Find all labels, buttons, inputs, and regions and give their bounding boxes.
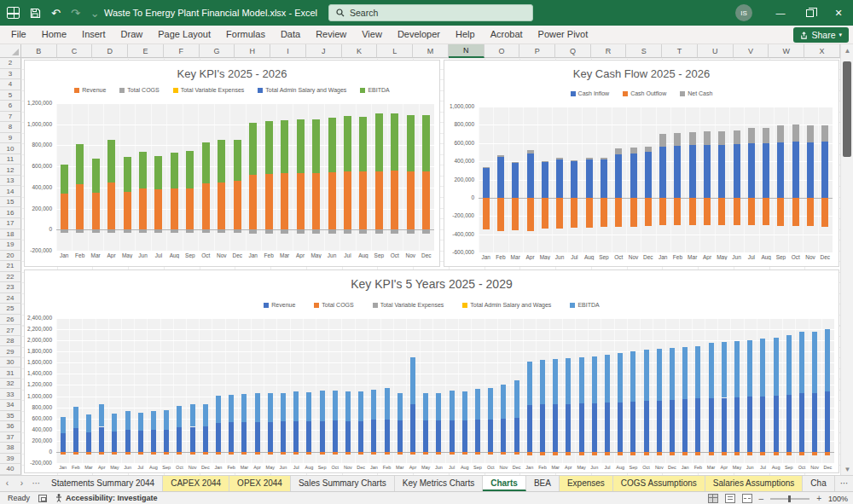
row-header-18[interactable]: 18 <box>0 229 21 240</box>
column-header-K[interactable]: K <box>342 44 378 58</box>
save-icon[interactable] <box>30 8 41 19</box>
row-header-14[interactable]: 14 <box>0 186 21 197</box>
zoom-level[interactable]: 100% <box>828 495 848 503</box>
column-header-Q[interactable]: Q <box>555 44 591 58</box>
sheet-nav-more-icon[interactable]: ⋯ <box>29 476 44 491</box>
column-header-U[interactable]: U <box>698 44 734 58</box>
column-header-E[interactable]: E <box>128 44 164 58</box>
column-header-O[interactable]: O <box>485 44 520 58</box>
column-header-B[interactable]: B <box>21 44 57 58</box>
row-header-34[interactable]: 34 <box>0 400 21 411</box>
ribbon-tab-power-pivot[interactable]: Power Pivot <box>531 26 596 44</box>
row-header-33[interactable]: 33 <box>0 389 21 400</box>
row-header-32[interactable]: 32 <box>0 379 21 390</box>
sheet-nav-next-icon[interactable]: › <box>15 476 29 491</box>
page-layout-view-icon[interactable] <box>725 494 735 503</box>
row-header-3[interactable]: 3 <box>0 69 21 80</box>
column-header-J[interactable]: J <box>306 44 342 58</box>
row-header-8[interactable]: 8 <box>0 122 21 133</box>
search-box[interactable]: Search <box>328 4 533 21</box>
column-header-H[interactable]: H <box>235 44 270 58</box>
share-button[interactable]: Share ▾ <box>793 27 849 43</box>
row-header-21[interactable]: 21 <box>0 261 21 272</box>
row-header-20[interactable]: 20 <box>0 251 21 262</box>
row-header-31[interactable]: 31 <box>0 368 21 379</box>
row-header-19[interactable]: 19 <box>0 240 21 251</box>
redo-icon[interactable]: ↷ <box>71 8 80 19</box>
column-header-F[interactable]: F <box>164 44 200 58</box>
scroll-down-icon[interactable]: ▼ <box>841 463 853 475</box>
column-header-D[interactable]: D <box>92 44 128 58</box>
ribbon-tab-developer[interactable]: Developer <box>390 26 448 44</box>
column-header-M[interactable]: M <box>413 44 449 58</box>
column-header-X[interactable]: X <box>804 44 840 58</box>
row-header-13[interactable]: 13 <box>0 176 21 187</box>
sheet-tab-salaries-assumptions[interactable]: Salaries Assumptions <box>705 476 804 491</box>
row-header-40[interactable]: 40 <box>0 464 21 475</box>
row-header-26[interactable]: 26 <box>0 315 21 326</box>
row-header-6[interactable]: 6 <box>0 101 21 112</box>
vertical-scroll-thumb[interactable] <box>843 61 851 157</box>
row-header-39[interactable]: 39 <box>0 454 21 465</box>
more-sheets-icon[interactable]: ⋯ <box>835 476 853 491</box>
row-header-27[interactable]: 27 <box>0 325 21 336</box>
row-header-24[interactable]: 24 <box>0 293 21 304</box>
sheet-tab-opex-2044[interactable]: OPEX 2044 <box>229 476 291 491</box>
row-header-5[interactable]: 5 <box>0 90 21 101</box>
row-header-11[interactable]: 11 <box>0 154 21 165</box>
row-header-9[interactable]: 9 <box>0 133 21 144</box>
row-header-37[interactable]: 37 <box>0 432 21 443</box>
excel-app-icon[interactable] <box>7 7 20 19</box>
ribbon-tab-view[interactable]: View <box>354 26 390 44</box>
ribbon-tab-insert[interactable]: Insert <box>74 26 113 44</box>
macro-record-icon[interactable] <box>38 495 47 502</box>
row-header-28[interactable]: 28 <box>0 336 21 347</box>
ribbon-tab-home[interactable]: Home <box>34 26 74 44</box>
row-header-4[interactable]: 4 <box>0 79 21 90</box>
column-header-T[interactable]: T <box>662 44 698 58</box>
sheet-tab-cha[interactable]: Cha <box>803 476 834 491</box>
sheet-tab-sales-summary-charts[interactable]: Sales Summary Charts <box>291 476 395 491</box>
row-header-25[interactable]: 25 <box>0 304 21 315</box>
row-header-15[interactable]: 15 <box>0 197 21 208</box>
sheet-nav-prev-icon[interactable]: ‹ <box>0 476 15 491</box>
scroll-up-icon[interactable]: ▲ <box>841 44 853 56</box>
sheet-tab-key-metrics-charts[interactable]: Key Metrics Charts <box>395 476 483 491</box>
ribbon-tab-data[interactable]: Data <box>273 26 308 44</box>
chart-key-kpis-5-years-2025-2029[interactable]: Key KPI's 5 Years 2025 - 2029 RevenueTot… <box>24 269 839 473</box>
row-header-17[interactable]: 17 <box>0 218 21 229</box>
sheet-tab-charts[interactable]: Charts <box>483 476 526 491</box>
page-break-view-icon[interactable] <box>742 494 752 503</box>
row-header-2[interactable]: 2 <box>0 58 21 69</box>
column-header-S[interactable]: S <box>626 44 662 58</box>
column-header-V[interactable]: V <box>734 44 769 58</box>
ribbon-tab-review[interactable]: Review <box>308 26 354 44</box>
normal-view-icon[interactable] <box>708 494 718 503</box>
ribbon-tab-draw[interactable]: Draw <box>113 26 151 44</box>
row-header-38[interactable]: 38 <box>0 443 21 454</box>
vertical-scrollbar[interactable]: ▲ ▼ <box>840 44 853 475</box>
accessibility-status[interactable]: Accessibility: Investigate <box>55 494 158 502</box>
minimize-button[interactable]: — <box>766 0 795 26</box>
column-header-P[interactable]: P <box>519 44 555 58</box>
sheet-tab-bea[interactable]: BEA <box>526 476 560 491</box>
column-header-L[interactable]: L <box>377 44 413 58</box>
row-header-23[interactable]: 23 <box>0 282 21 293</box>
ribbon-tab-file[interactable]: File <box>3 26 34 44</box>
select-all-corner[interactable] <box>0 44 21 58</box>
zoom-in-icon[interactable]: + <box>816 494 821 503</box>
sheet-tab-cogs-assumptions[interactable]: COGS Assumptions <box>613 476 705 491</box>
column-header-N[interactable]: N <box>449 44 485 58</box>
column-header-W[interactable]: W <box>769 44 804 58</box>
user-avatar[interactable]: IS <box>735 4 752 21</box>
ribbon-tab-help[interactable]: Help <box>448 26 483 44</box>
ribbon-tab-page-layout[interactable]: Page Layout <box>150 26 218 44</box>
chart-key-cash-flow-2025-2026[interactable]: Key Cash Flow 2025 - 2026 Cash InflowCas… <box>444 60 839 267</box>
row-header-16[interactable]: 16 <box>0 207 21 218</box>
column-header-R[interactable]: R <box>591 44 627 58</box>
restore-button[interactable] <box>795 0 824 26</box>
row-header-22[interactable]: 22 <box>0 272 21 283</box>
ribbon-tab-acrobat[interactable]: Acrobat <box>483 26 531 44</box>
ribbon-tab-formulas[interactable]: Formulas <box>218 26 273 44</box>
undo-icon[interactable]: ↶ <box>51 8 61 19</box>
